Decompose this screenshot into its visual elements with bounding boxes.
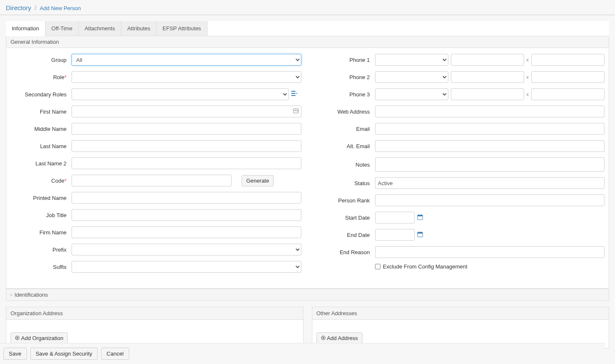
role-label: Role* (11, 74, 72, 80)
add-address-label: Add Address (327, 335, 358, 341)
organization-address-header: Organization Address (6, 307, 303, 320)
phone1-x-separator: x (527, 57, 529, 62)
job-title-label: Job Title (11, 212, 72, 218)
phone3-label: Phone 3 (314, 91, 375, 98)
prefix-select[interactable] (72, 244, 301, 255)
plus-icon (321, 335, 325, 341)
start-date-label: Start Date (314, 215, 375, 221)
middle-name-label: Middle Name (11, 126, 72, 132)
add-address-button[interactable]: Add Address (317, 332, 363, 344)
first-name-label: First Name (11, 109, 72, 115)
phone3-type-select[interactable] (375, 88, 448, 100)
end-date-input[interactable] (375, 229, 415, 241)
group-label: Group (11, 57, 72, 63)
suffix-label: Suffix (11, 264, 72, 270)
svg-rect-0 (291, 91, 296, 92)
start-date-input[interactable] (375, 212, 415, 223)
svg-rect-1 (291, 93, 296, 94)
svg-rect-13 (418, 232, 423, 234)
web-address-input[interactable] (375, 106, 605, 117)
phone2-label: Phone 2 (314, 74, 375, 80)
email-input[interactable] (375, 123, 605, 135)
alt-email-input[interactable] (375, 140, 605, 152)
left-column: Group All Role* Secondary Roles (11, 54, 301, 278)
printed-name-input[interactable] (72, 192, 301, 204)
phone2-number-input[interactable] (451, 71, 524, 83)
first-name-input[interactable] (72, 106, 301, 117)
calendar-icon[interactable] (417, 214, 423, 221)
plus-icon (15, 335, 19, 341)
last-name2-input[interactable] (72, 157, 301, 169)
role-select[interactable] (72, 71, 301, 83)
person-rank-input[interactable] (375, 194, 605, 206)
calendar-icon[interactable] (417, 231, 423, 239)
other-addresses-header: Other Addresses (312, 307, 609, 320)
suffix-select[interactable] (72, 261, 301, 273)
svg-rect-2 (291, 95, 296, 96)
identifications-label: Identifications (14, 292, 48, 298)
organization-address-panel: Organization Address Add Organization (6, 307, 304, 348)
save-button[interactable]: Save (3, 348, 27, 360)
secondary-roles-label: Secondary Roles (11, 91, 72, 98)
save-assign-security-button[interactable]: Save & Assign Security (30, 348, 98, 360)
phone1-type-select[interactable] (375, 54, 448, 66)
printed-name-label: Printed Name (11, 195, 72, 201)
cancel-button[interactable]: Cancel (101, 348, 129, 360)
exclude-config-checkbox[interactable] (375, 264, 381, 269)
status-label: Status (314, 180, 375, 186)
phone3-ext-input[interactable] (531, 88, 604, 100)
phone1-number-input[interactable] (451, 54, 524, 66)
breadcrumb-root-link[interactable]: Directory (6, 4, 31, 11)
tab-attributes[interactable]: Attributes (121, 21, 157, 36)
tab-attachments[interactable]: Attachments (79, 21, 121, 36)
web-address-label: Web Address (314, 109, 375, 115)
svg-rect-21 (322, 338, 324, 338)
other-addresses-panel: Other Addresses Add Address (312, 307, 610, 348)
job-title-input[interactable] (72, 209, 301, 221)
right-column: Phone 1 x Phone 2 x (314, 54, 605, 278)
last-name-input[interactable] (72, 140, 301, 152)
tab-information[interactable]: Information (6, 21, 45, 36)
phone3-number-input[interactable] (451, 88, 524, 100)
phone2-type-select[interactable] (375, 71, 448, 83)
svg-rect-11 (421, 214, 422, 215)
phone1-label: Phone 1 (314, 57, 375, 63)
end-reason-input[interactable] (375, 246, 605, 258)
notes-input[interactable] (375, 157, 605, 172)
chevron-right-icon: › (11, 292, 12, 297)
tab-efsp-attributes[interactable]: EFSP Attributes (157, 21, 208, 36)
last-name-label: Last Name (11, 143, 72, 149)
phone2-x-separator: x (527, 74, 529, 80)
firm-name-label: Firm Name (11, 229, 72, 236)
status-field (375, 177, 605, 189)
svg-rect-14 (418, 231, 419, 233)
last-name2-label: Last Name 2 (11, 160, 72, 167)
tab-off-time[interactable]: Off-Time (45, 21, 79, 36)
breadcrumb: Directory / Add New Person (0, 0, 615, 15)
svg-rect-9 (418, 215, 423, 216)
generate-button[interactable]: Generate (242, 175, 274, 186)
svg-rect-10 (418, 214, 419, 215)
alt-email-label: Alt. Email (314, 143, 375, 149)
phone2-ext-input[interactable] (531, 71, 604, 83)
phone1-ext-input[interactable] (531, 54, 604, 66)
svg-point-3 (296, 93, 297, 94)
tab-list: Information Off-Time Attachments Attribu… (6, 21, 609, 36)
group-select[interactable]: All (72, 54, 301, 66)
email-label: Email (314, 126, 375, 132)
exclude-config-label: Exclude From Config Management (383, 263, 468, 270)
person-rank-label: Person Rank (314, 197, 375, 204)
general-information-header: General Information (6, 36, 609, 48)
breadcrumb-current: Add New Person (40, 5, 81, 11)
add-organization-label: Add Organization (21, 335, 63, 341)
secondary-roles-select[interactable] (72, 88, 289, 100)
code-input[interactable] (72, 175, 232, 186)
notes-label: Notes (314, 162, 375, 168)
firm-name-input[interactable] (72, 226, 301, 238)
middle-name-input[interactable] (72, 123, 301, 135)
general-information-panel: Group All Role* Secondary Roles (6, 48, 609, 289)
list-icon[interactable] (291, 90, 298, 98)
add-organization-button[interactable]: Add Organization (11, 332, 68, 344)
identifications-section-toggle[interactable]: › Identifications (6, 289, 609, 301)
svg-rect-18 (16, 338, 19, 338)
